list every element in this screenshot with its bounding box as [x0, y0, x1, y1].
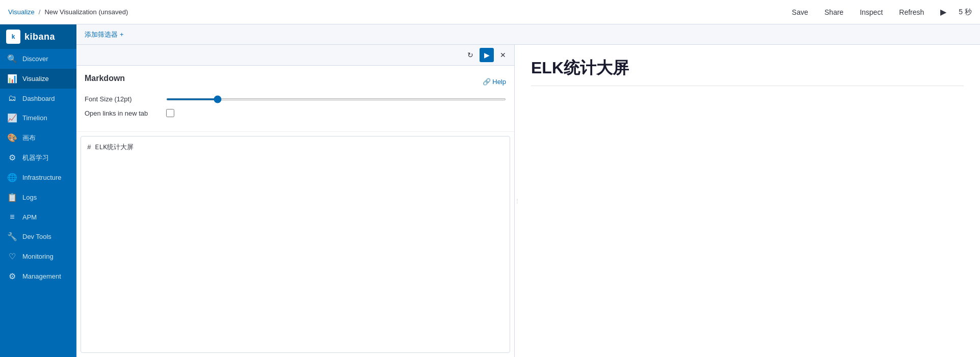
ml-icon: ⚙ [7, 153, 17, 162]
sidebar-item-label: Timelion [22, 114, 47, 122]
sidebar-item-label: Management [22, 272, 61, 280]
editor-panel: ↻ ▶ ✕ Markdown 🔗 Help F [76, 45, 515, 357]
open-links-row: Open links in new tab [85, 109, 506, 117]
apm-icon: ≡ [7, 212, 17, 222]
sidebar: k kibana 🔍 Discover 📊 Visualize 🗂 Dashbo… [0, 24, 76, 357]
breadcrumb: Visualize / New Visualization (unsaved) [8, 8, 128, 16]
font-size-label: Font Size (12pt) [85, 95, 166, 103]
breadcrumb-current: New Visualization (unsaved) [44, 8, 128, 16]
canvas-icon: 🎨 [7, 133, 17, 143]
management-icon: ⚙ [7, 271, 17, 281]
preview-content: ELK统计大屏 [515, 45, 980, 357]
sidebar-item-label: 机器学习 [22, 153, 49, 162]
inspect-button[interactable]: Inspect [856, 6, 887, 18]
editor-preview: ↻ ▶ ✕ Markdown 🔗 Help F [76, 45, 980, 357]
editor-refresh-button[interactable]: ↻ [463, 48, 478, 62]
add-filter-icon: + [120, 31, 124, 38]
sidebar-item-apm[interactable]: ≡ APM [0, 207, 76, 227]
sidebar-item-label: Logs [22, 194, 37, 201]
font-size-slider[interactable] [166, 98, 506, 100]
sidebar-item-canvas[interactable]: 🎨 画布 [0, 128, 76, 148]
markdown-editor: # ELK统计大屏 [76, 132, 514, 357]
preview-panel: ⋮ ELK统计大屏 [515, 45, 980, 357]
sidebar-item-dashboard[interactable]: 🗂 Dashboard [0, 89, 76, 108]
sidebar-item-label: 画布 [22, 133, 36, 143]
content-area: 添加筛选器 + ↻ ▶ ✕ [76, 24, 980, 357]
kibana-logo-icon: k [6, 30, 20, 44]
editor-close-button[interactable]: ✕ [496, 48, 510, 62]
breadcrumb-visualize[interactable]: Visualize [8, 8, 35, 16]
resize-handle[interactable]: ⋮ [515, 191, 519, 211]
sidebar-item-label: APM [22, 213, 37, 221]
play-icon: ▶ [484, 51, 490, 59]
sidebar-item-ml[interactable]: ⚙ 机器学习 [0, 148, 76, 168]
share-button[interactable]: Share [820, 6, 847, 18]
sidebar-item-management[interactable]: ⚙ Management [0, 266, 76, 286]
add-filter-button[interactable]: 添加筛选器 + [85, 30, 124, 39]
sidebar-item-label: Monitoring [22, 253, 54, 260]
open-links-checkbox[interactable] [166, 109, 174, 117]
play-button[interactable]: ▶ [936, 5, 950, 19]
sidebar-item-infrastructure[interactable]: 🌐 Infrastructure [0, 168, 76, 187]
close-icon: ✕ [500, 51, 506, 59]
sidebar-item-visualize[interactable]: 📊 Visualize [0, 69, 76, 89]
main-layout: k kibana 🔍 Discover 📊 Visualize 🗂 Dashbo… [0, 24, 980, 357]
topbar: Visualize / New Visualization (unsaved) … [0, 0, 980, 24]
preview-h1: ELK统计大屏 [531, 57, 964, 86]
save-button[interactable]: Save [788, 6, 812, 18]
sidebar-item-label: Infrastructure [22, 174, 62, 181]
breadcrumb-separator: / [39, 8, 41, 16]
timelion-icon: 📈 [7, 113, 17, 123]
logs-icon: 📋 [7, 193, 17, 202]
sidebar-item-label: Discover [22, 55, 48, 63]
sidebar-item-label: Dev Tools [22, 233, 51, 240]
add-filter-label: 添加筛选器 [85, 30, 118, 39]
devtools-icon: 🔧 [7, 232, 17, 241]
filter-bar: 添加筛选器 + [76, 24, 980, 45]
refresh-button[interactable]: Refresh [895, 6, 928, 18]
infrastructure-icon: 🌐 [7, 173, 17, 182]
font-size-row: Font Size (12pt) [85, 95, 506, 103]
sidebar-item-label: Visualize [22, 75, 49, 83]
sidebar-item-label: Dashboard [22, 95, 55, 102]
sidebar-logo[interactable]: k kibana [0, 24, 76, 49]
dashboard-icon: 🗂 [7, 94, 17, 103]
sidebar-item-monitoring[interactable]: ♡ Monitoring [0, 246, 76, 266]
settings-title: Markdown [85, 74, 125, 83]
sidebar-item-logs[interactable]: 📋 Logs [0, 187, 76, 207]
help-link[interactable]: 🔗 Help [483, 78, 506, 86]
sidebar-item-timelion[interactable]: 📈 Timelion [0, 108, 76, 128]
refresh-interval: 5 秒 [959, 8, 972, 17]
sidebar-item-devtools[interactable]: 🔧 Dev Tools [0, 227, 76, 246]
monitoring-icon: ♡ [7, 252, 17, 261]
kibana-logo-text: kibana [24, 32, 55, 42]
visualize-icon: 📊 [7, 74, 17, 84]
topbar-actions: Save Share Inspect Refresh ▶ 5 秒 [788, 5, 972, 19]
editor-play-button[interactable]: ▶ [480, 48, 494, 62]
sidebar-item-discover[interactable]: 🔍 Discover [0, 49, 76, 69]
discover-icon: 🔍 [7, 54, 17, 64]
font-size-slider-wrapper [166, 98, 506, 100]
refresh-icon: ↻ [467, 51, 473, 59]
settings-panel: Markdown 🔗 Help Font Size (12pt) Open li… [76, 66, 514, 132]
markdown-textarea[interactable]: # ELK统计大屏 [81, 136, 510, 353]
open-links-label: Open links in new tab [85, 109, 166, 117]
editor-toolbar: ↻ ▶ ✕ [76, 45, 514, 66]
